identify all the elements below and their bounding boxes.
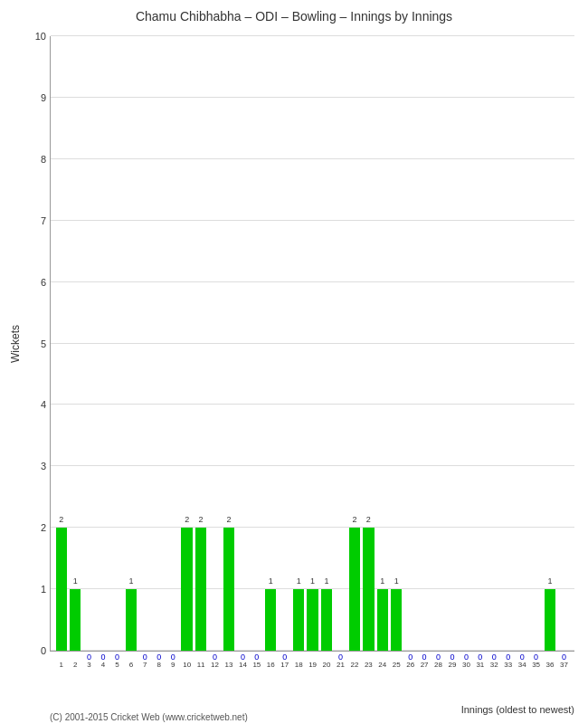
bar-group: 032	[488, 36, 501, 651]
bar-group: 08	[152, 36, 166, 651]
x-tick-label: 28	[434, 661, 442, 669]
y-tick-label: 9	[41, 92, 46, 103]
bar-value-label: 1	[310, 576, 315, 586]
x-tick-label: 22	[350, 661, 358, 669]
bar: 1	[307, 589, 318, 651]
x-tick-label: 32	[490, 661, 498, 669]
bar-value-label: 2	[59, 515, 63, 524]
bar-group: 21	[54, 36, 68, 651]
bar-group: 027	[417, 36, 431, 651]
bar-group: 037	[557, 36, 571, 651]
bar-group: 04	[96, 36, 109, 651]
bar-group: 211	[194, 36, 207, 651]
bar-value-label: 2	[352, 515, 356, 524]
bar-group: 118	[291, 36, 305, 651]
y-tick-label: 1	[41, 584, 46, 595]
bar-value-label: 1	[380, 576, 384, 586]
y-tick-label: 3	[41, 461, 46, 472]
y-tick-label: 6	[41, 277, 46, 288]
x-tick-label: 9	[171, 661, 175, 669]
bar-group: 03	[82, 36, 96, 651]
bar: 1	[377, 589, 388, 651]
bar-value-label: 1	[128, 576, 133, 586]
bar-value-label: 2	[226, 515, 231, 524]
bar-group: 033	[501, 36, 515, 651]
x-tick-label: 4	[101, 661, 105, 669]
bar-group: 120	[319, 36, 333, 651]
bar: 2	[349, 528, 360, 651]
x-tick-label: 3	[87, 661, 90, 669]
bar: 1	[70, 589, 81, 651]
y-tick-label: 8	[41, 154, 46, 165]
y-tick-label: 0	[41, 645, 46, 656]
bar: 1	[293, 589, 304, 651]
x-tick-label: 27	[421, 661, 429, 669]
bar: 1	[265, 589, 276, 651]
bar: 1	[391, 589, 402, 651]
bar-group: 012	[208, 36, 222, 651]
x-tick-label: 16	[267, 661, 275, 669]
y-tick-label: 2	[41, 522, 46, 533]
x-tick-label: 23	[365, 661, 373, 669]
bar-group: 124	[375, 36, 389, 651]
x-tick-label: 10	[183, 661, 191, 669]
x-tick-label: 18	[295, 661, 303, 669]
bars-container: 2112030405160708092102110122130140151160…	[51, 36, 574, 651]
x-tick-label: 13	[225, 661, 233, 669]
bar: 2	[181, 528, 192, 651]
x-tick-label: 12	[211, 661, 219, 669]
bar-group: 09	[166, 36, 180, 651]
x-tick-label: 14	[239, 661, 247, 669]
y-tick-label: 5	[41, 338, 46, 349]
bar-group: 12	[68, 36, 81, 651]
x-tick-label: 5	[115, 661, 119, 669]
x-tick-label: 7	[143, 661, 147, 669]
bar-value-label: 1	[73, 576, 78, 586]
bar-group: 035	[529, 36, 543, 651]
bar: 2	[363, 528, 374, 651]
bar-value-label: 1	[297, 576, 301, 586]
bar-group: 029	[445, 36, 459, 651]
bar-value-label: 1	[325, 576, 329, 586]
bar-group: 213	[222, 36, 235, 651]
chart-area: 012345678910 211203040516070809210211012…	[50, 36, 574, 652]
bar-value-label: 1	[548, 576, 553, 586]
bar: 1	[545, 589, 555, 651]
bar-group: 116	[264, 36, 278, 651]
bar-value-label: 1	[269, 576, 273, 586]
copyright: (C) 2001-2015 Cricket Web (www.cricketwe…	[50, 712, 248, 722]
x-tick-label: 1	[59, 661, 62, 669]
x-tick-label: 29	[449, 661, 457, 669]
x-tick-label: 37	[560, 661, 568, 669]
bar-group: 017	[278, 36, 291, 651]
bar: 1	[321, 589, 332, 651]
bar-group: 034	[515, 36, 528, 651]
bar-group: 021	[334, 36, 347, 651]
y-axis-label: Wickets	[9, 36, 22, 652]
x-tick-label: 31	[476, 661, 484, 669]
bar-value-label: 2	[366, 515, 371, 524]
x-tick-label: 34	[518, 661, 526, 669]
x-tick-label: 24	[378, 661, 386, 669]
bar-group: 119	[306, 36, 319, 651]
x-tick-label: 30	[462, 661, 470, 669]
bar-group: 222	[347, 36, 361, 651]
bar-group: 031	[473, 36, 487, 651]
x-tick-label: 11	[197, 661, 205, 669]
chart-title: Chamu Chibhabha – ODI – Bowling – Inning…	[0, 0, 588, 28]
x-tick-label: 17	[280, 661, 289, 669]
x-tick-label: 19	[308, 661, 317, 669]
bar-group: 210	[180, 36, 194, 651]
chart-container: Chamu Chibhabha – ODI – Bowling – Inning…	[0, 0, 588, 724]
bar-value-label: 2	[199, 515, 204, 524]
x-tick-label: 21	[337, 661, 345, 669]
y-tick-label: 4	[41, 399, 46, 410]
bar-group: 05	[110, 36, 124, 651]
bar-group: 026	[403, 36, 417, 651]
x-tick-label: 36	[546, 661, 555, 669]
bar: 2	[56, 528, 67, 651]
x-tick-label: 35	[532, 661, 540, 669]
bar: 2	[195, 528, 206, 651]
bar-group: 030	[460, 36, 473, 651]
bar-value-label: 1	[394, 576, 399, 586]
